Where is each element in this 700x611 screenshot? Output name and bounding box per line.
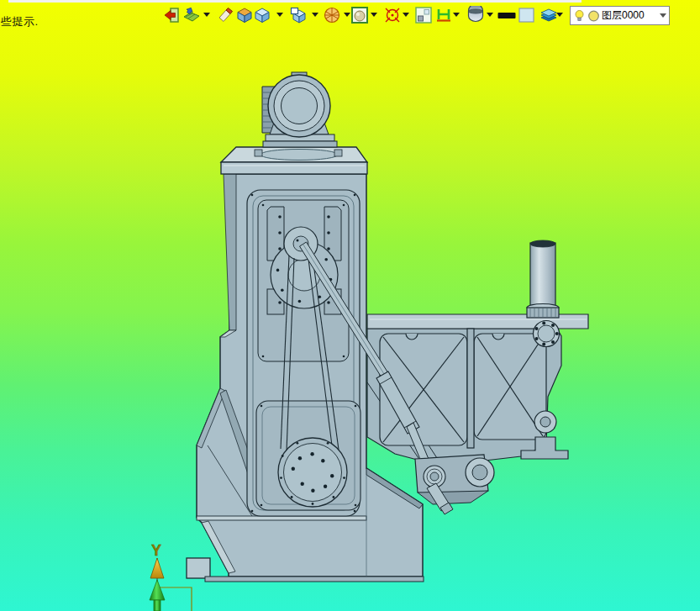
frame-bearing [534, 411, 556, 433]
axis-green-arrowhead [150, 580, 165, 600]
axis-y-label: Y [151, 542, 161, 559]
axis-cone [150, 558, 164, 578]
frame-flange [534, 321, 560, 347]
work-table-frame[interactable] [367, 314, 588, 462]
viewport-3d[interactable]: Y [0, 0, 700, 611]
axis-green-shaft [154, 600, 161, 611]
lower-linkage[interactable] [415, 455, 494, 514]
flywheel [278, 438, 347, 507]
vertical-cylinder[interactable] [527, 240, 559, 318]
base-foot [187, 558, 210, 578]
axis-indicator: Y [150, 542, 192, 611]
electric-motor[interactable] [262, 72, 337, 147]
column-cap [221, 147, 367, 174]
